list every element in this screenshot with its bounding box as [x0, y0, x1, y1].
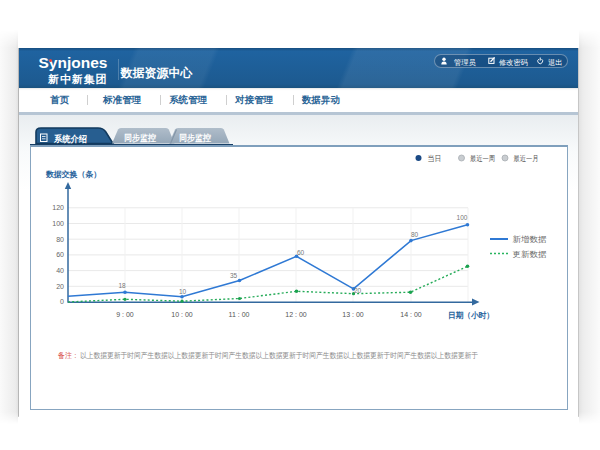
svg-text:100: 100: [52, 220, 64, 227]
svg-text:10: 10: [179, 288, 187, 295]
svg-text:60: 60: [56, 251, 64, 258]
svg-text:60: 60: [297, 249, 305, 256]
svg-text:12 : 00: 12 : 00: [285, 311, 307, 318]
svg-text:14 : 00: 14 : 00: [400, 311, 422, 318]
svg-text:120: 120: [52, 204, 64, 211]
svg-text:日期（小时）: 日期（小时）: [448, 311, 494, 320]
svg-text:100: 100: [457, 214, 468, 221]
svg-text:同步监控: 同步监控: [179, 133, 211, 143]
svg-text:新增数据: 新增数据: [513, 235, 547, 244]
svg-text:20: 20: [56, 283, 64, 290]
svg-text:80: 80: [411, 231, 419, 238]
svg-text:10 : 00: 10 : 00: [171, 311, 193, 318]
svg-text:备注：: 备注：: [58, 351, 79, 360]
svg-text:20: 20: [354, 287, 362, 294]
svg-text:最近一周: 最近一周: [470, 154, 495, 163]
svg-text:最近一月: 最近一月: [514, 154, 539, 163]
svg-text:更新数据: 更新数据: [513, 250, 547, 259]
svg-text:80: 80: [56, 236, 64, 243]
svg-text:当日: 当日: [428, 154, 442, 163]
svg-text:13 : 00: 13 : 00: [342, 311, 364, 318]
svg-text:0: 0: [60, 298, 64, 305]
svg-text:9 : 00: 9 : 00: [116, 311, 134, 318]
svg-text:数据交换（条）: 数据交换（条）: [45, 170, 101, 179]
svg-text:以上数据更新于时间产生数据以上数据更新于时间产生数据以上数据: 以上数据更新于时间产生数据以上数据更新于时间产生数据以上数据更新于时间产生数据以…: [80, 351, 478, 360]
svg-text:11 : 00: 11 : 00: [229, 311, 250, 318]
svg-text:40: 40: [56, 267, 64, 274]
svg-text:18: 18: [118, 282, 126, 289]
svg-text:同步监控: 同步监控: [124, 133, 156, 143]
svg-text:系统介绍: 系统介绍: [53, 134, 87, 144]
svg-text:35: 35: [230, 272, 238, 279]
